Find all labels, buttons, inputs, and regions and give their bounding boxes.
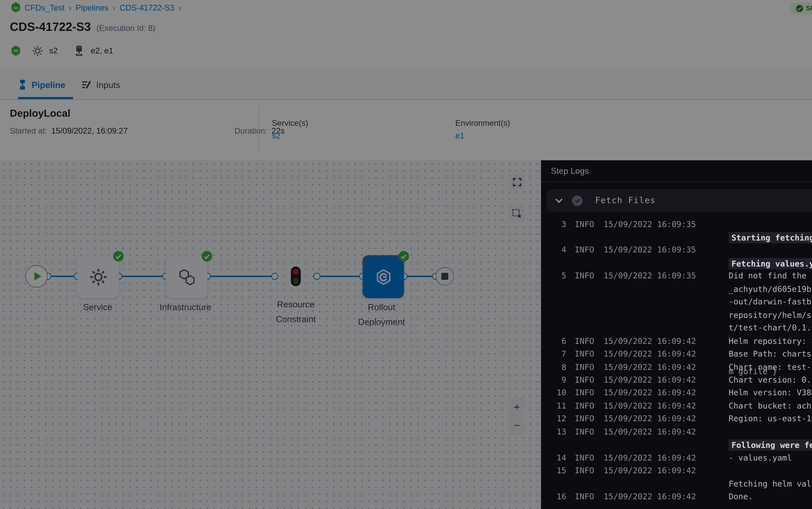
log-row: Starting fetching Helm values bbox=[541, 232, 812, 243]
log-message: Region: us-east-1 bbox=[729, 414, 811, 424]
log-level: INFO bbox=[575, 388, 594, 398]
log-level: INFO bbox=[575, 375, 594, 385]
log-row: Fetching helm values completed successfu… bbox=[541, 479, 812, 489]
line-number: 4 bbox=[548, 245, 566, 255]
log-level: INFO bbox=[575, 401, 594, 411]
line-number: 13 bbox=[548, 427, 566, 437]
log-level: INFO bbox=[575, 271, 594, 281]
log-message: Fetching helm values completed successfu… bbox=[729, 479, 812, 488]
log-message: Starting fetching Helm values bbox=[729, 232, 812, 243]
line-number: 3 bbox=[548, 219, 566, 229]
log-message: Done. bbox=[729, 491, 753, 502]
log-row: 15 INFO 15/09/2022 16:09:42 bbox=[541, 466, 812, 476]
line-number: 10 bbox=[548, 388, 566, 398]
log-row: 14 INFO 15/09/2022 16:09:42 - values.yam… bbox=[541, 452, 812, 463]
log-timestamp: 15/09/2022 16:09:35 bbox=[603, 271, 696, 281]
log-message: _achyuth/d605e19b46448ceaacb01fb4c19633a… bbox=[729, 284, 812, 294]
log-message: Fetching values.yaml from helm chart rep… bbox=[729, 258, 812, 269]
log-timestamp: 15/09/2022 16:09:35 bbox=[603, 245, 696, 255]
log-message: Chart version: 0.1.0 bbox=[729, 375, 812, 385]
line-number: 6 bbox=[548, 336, 566, 346]
line-number: 7 bbox=[548, 349, 566, 359]
log-row: 9 INFO 15/09/2022 16:09:42 Chart version… bbox=[541, 375, 812, 385]
log-row: Fetching values.yaml from helm chart rep… bbox=[541, 258, 812, 269]
log-level: INFO bbox=[575, 219, 594, 229]
log-timestamp: 15/09/2022 16:09:42 bbox=[603, 349, 696, 359]
log-row: 11 INFO 15/09/2022 16:09:42 Chart bucket… bbox=[541, 401, 812, 411]
log-row: 10 INFO 15/09/2022 16:09:42 Helm version… bbox=[541, 388, 812, 398]
line-number: 14 bbox=[548, 452, 566, 463]
log-row: 4 INFO 15/09/2022 16:09:35 bbox=[541, 245, 812, 256]
log-message: Chart bucket: achhelmbucket bbox=[729, 401, 812, 411]
log-level: INFO bbox=[575, 245, 594, 255]
log-message: Helm version: V380 bbox=[729, 388, 812, 398]
log-row: Following were fetched successfully : bbox=[541, 440, 812, 450]
log-row: 16 INFO 15/09/2022 16:09:42 Done. bbox=[541, 491, 812, 502]
log-level: INFO bbox=[575, 491, 594, 502]
log-row: 3 INFO 15/09/2022 16:09:35 bbox=[541, 219, 812, 230]
log-timestamp: 15/09/2022 16:09:42 bbox=[603, 414, 696, 424]
line-number: 15 bbox=[548, 466, 566, 476]
log-message: Following were fetched successfully : bbox=[729, 440, 812, 451]
chevron-down-icon[interactable] bbox=[555, 198, 563, 203]
log-level: INFO bbox=[575, 349, 594, 359]
line-number: 5 bbox=[548, 271, 566, 281]
step-check-icon bbox=[572, 195, 583, 206]
app-window: ∞ CFDs_Test › Pipelines › CDS-41722-S3 ›… bbox=[0, 0, 812, 509]
log-row: 12 INFO 15/09/2022 16:09:42 Region: us-e… bbox=[541, 414, 812, 424]
log-level: INFO bbox=[575, 466, 594, 476]
log-row: _achyuth/d605e19b46448ceaacb01fb4c19633a… bbox=[541, 284, 812, 295]
step-header[interactable]: Fetch Files ↑ ↓ 9s bbox=[547, 189, 812, 212]
log-level: INFO bbox=[575, 362, 594, 372]
line-number: 12 bbox=[548, 414, 566, 424]
log-row: 5 INFO 15/09/2022 16:09:35 Did not find … bbox=[541, 271, 812, 281]
step-logs-panel: m gofile } 3 INFO 15/09/2022 16:09:35 St… bbox=[541, 160, 812, 509]
log-timestamp: 15/09/2022 16:09:42 bbox=[603, 388, 696, 398]
line-number: 11 bbox=[548, 401, 566, 411]
log-timestamp: 15/09/2022 16:09:35 bbox=[603, 219, 696, 229]
log-message: repository/helm/source/93602db7-89f2-317… bbox=[729, 310, 812, 320]
log-row: t/test-chart/0.1.0 bbox=[541, 323, 812, 334]
log-timestamp: 15/09/2022 16:09:42 bbox=[603, 375, 696, 385]
log-message: t/test-chart/0.1.0 bbox=[729, 323, 812, 333]
log-timestamp: 15/09/2022 16:09:42 bbox=[603, 466, 696, 476]
scale-root: ∞ CFDs_Test › Pipelines › CDS-41722-S3 ›… bbox=[0, 0, 812, 509]
log-message: Helm repository: aws-qa-setup-modified bbox=[729, 336, 812, 346]
log-timestamp: 15/09/2022 16:09:42 bbox=[603, 362, 696, 372]
log-message: Base Path: charts/ bbox=[729, 349, 812, 359]
log-level: INFO bbox=[575, 427, 594, 437]
log-row: 6 INFO 15/09/2022 16:09:42 Helm reposito… bbox=[541, 336, 812, 346]
log-row: 13 INFO 15/09/2022 16:09:42 bbox=[541, 427, 812, 437]
log-row: -out/darwin-fastbuild/bin/260-delegate/e… bbox=[541, 297, 812, 307]
log-message: Did not find the chart and version in lo… bbox=[729, 271, 812, 281]
log-row: 7 INFO 15/09/2022 16:09:42 Base Path: ch… bbox=[541, 349, 812, 359]
log-timestamp: 15/09/2022 16:09:42 bbox=[603, 452, 696, 463]
log-body: m gofile } 3 INFO 15/09/2022 16:09:35 St… bbox=[541, 160, 812, 509]
log-row: repository/helm/source/93602db7-89f2-317… bbox=[541, 310, 812, 320]
line-number: 9 bbox=[548, 375, 566, 385]
log-panel-header: Step Logs Console View bbox=[541, 160, 812, 182]
log-timestamp: 15/09/2022 16:09:42 bbox=[603, 491, 696, 502]
log-panel-title: Step Logs bbox=[551, 166, 589, 176]
log-level: INFO bbox=[575, 452, 594, 463]
log-level: INFO bbox=[575, 336, 594, 346]
clipped-log-line: m gofile } bbox=[729, 366, 777, 376]
log-timestamp: 15/09/2022 16:09:42 bbox=[603, 427, 696, 437]
step-name: Fetch Files bbox=[595, 196, 656, 205]
log-level: INFO bbox=[575, 414, 594, 424]
log-timestamp: 15/09/2022 16:09:42 bbox=[603, 336, 696, 346]
log-timestamp: 15/09/2022 16:09:42 bbox=[603, 401, 696, 411]
line-number: 16 bbox=[548, 491, 566, 502]
log-message: - values.yaml bbox=[729, 452, 792, 463]
line-number: 8 bbox=[548, 362, 566, 372]
log-message: -out/darwin-fastbuild/bin/260-delegate/e… bbox=[729, 297, 812, 307]
